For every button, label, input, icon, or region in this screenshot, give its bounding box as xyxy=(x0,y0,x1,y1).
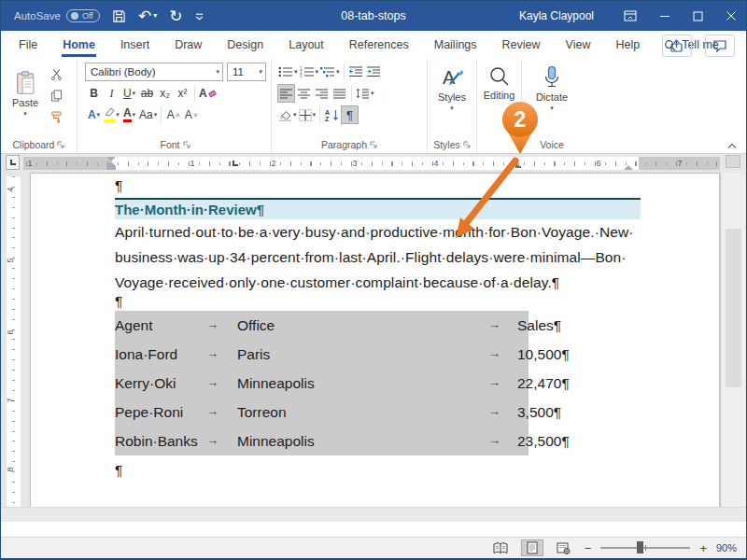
line-spacing-button[interactable] xyxy=(355,84,375,103)
font-name-dropdown-icon[interactable]: ▾ xyxy=(216,68,219,76)
document-heading[interactable]: The·Month·in·Review¶ xyxy=(115,198,641,219)
tab-view[interactable]: View xyxy=(565,33,592,57)
tab-stop-marker-5in[interactable] xyxy=(515,162,521,168)
decrease-indent-button[interactable] xyxy=(347,63,365,81)
align-center-button[interactable] xyxy=(295,84,313,103)
horizontal-ruler[interactable]: 1 1 2 3 4 5 6 7 xyxy=(23,157,720,170)
web-layout-button[interactable] xyxy=(553,539,575,556)
highlight-button[interactable] xyxy=(103,105,120,124)
cell-sales[interactable]: 10,500¶ xyxy=(517,346,570,363)
zoom-slider-thumb[interactable] xyxy=(637,541,643,553)
zoom-percentage[interactable]: 90% xyxy=(716,542,737,553)
dictate-button[interactable]: Dictate ▾ xyxy=(522,59,582,112)
grow-font-button[interactable]: A xyxy=(164,105,182,124)
zoom-in-button[interactable]: + xyxy=(699,542,707,554)
share-button[interactable] xyxy=(662,35,692,57)
shrink-font-button[interactable]: A xyxy=(182,105,200,124)
undo-button[interactable]: ↶▾ xyxy=(138,8,157,24)
align-right-button[interactable] xyxy=(313,84,331,103)
text-effects-button[interactable]: A xyxy=(85,105,103,124)
autosave-toggle[interactable]: Off xyxy=(66,9,100,22)
cell-office[interactable]: Paris xyxy=(237,346,270,363)
font-color-button[interactable]: A xyxy=(120,105,138,124)
empty-paragraph-mark[interactable]: ¶ xyxy=(115,459,641,482)
sort-button[interactable]: AZ xyxy=(323,105,341,124)
tab-file[interactable]: File xyxy=(18,33,38,57)
cell-sales[interactable]: 3,500¶ xyxy=(517,404,561,421)
minimize-button[interactable] xyxy=(659,10,670,21)
tab-insert[interactable]: Insert xyxy=(120,33,150,57)
scrollbar-thumb[interactable] xyxy=(726,229,741,387)
italic-button[interactable]: I xyxy=(103,84,120,103)
zoom-out-button[interactable]: − xyxy=(585,542,592,554)
cell-agent[interactable]: Agent xyxy=(115,317,153,334)
page[interactable]: ¶ The·Month·in·Review¶ April·turned·out·… xyxy=(30,173,720,513)
tab-draw[interactable]: Draw xyxy=(174,33,203,57)
print-layout-button[interactable] xyxy=(521,539,543,556)
save-button[interactable] xyxy=(112,9,126,23)
tab-stop-marker-1-5in[interactable] xyxy=(233,161,238,166)
tab-mailings[interactable]: Mailings xyxy=(433,33,478,57)
dictate-dropdown-icon[interactable]: ▾ xyxy=(550,105,554,112)
font-name-combobox[interactable]: Calibri (Body) ▾ xyxy=(85,63,223,81)
subscript-button[interactable]: x₂ xyxy=(156,84,174,103)
cell-office[interactable]: Torreon xyxy=(237,404,287,421)
body-line-1[interactable]: April·turned·out·to·be·a·very·busy·and·p… xyxy=(115,219,641,245)
cell-agent[interactable]: Iona·Ford xyxy=(115,346,177,363)
tab-design[interactable]: Design xyxy=(226,33,264,57)
empty-paragraph-mark[interactable]: ¶ xyxy=(115,175,641,197)
justify-button[interactable] xyxy=(331,84,348,103)
show-hide-formatting-button[interactable]: ¶ xyxy=(341,105,359,124)
bullets-button[interactable] xyxy=(277,63,299,81)
borders-button[interactable] xyxy=(298,105,317,124)
cell-sales[interactable]: 22,470¶ xyxy=(517,375,570,392)
tab-selector-button[interactable] xyxy=(6,155,20,170)
cell-agent[interactable]: Pepe·Roni xyxy=(115,404,183,421)
horizontal-scrollbar[interactable] xyxy=(1,507,746,522)
undo-dropdown-icon[interactable]: ▾ xyxy=(153,12,157,20)
redo-button[interactable]: ↻ xyxy=(169,8,182,24)
change-case-button[interactable]: Aa xyxy=(138,105,158,124)
increase-indent-button[interactable] xyxy=(365,63,383,81)
maximize-button[interactable] xyxy=(693,11,703,21)
ruler-toggle-button[interactable] xyxy=(726,155,740,168)
strikethrough-button[interactable]: ab xyxy=(138,84,156,103)
clipboard-dialog-launcher[interactable] xyxy=(57,141,64,148)
vertical-scrollbar[interactable] xyxy=(721,173,745,522)
editing-button[interactable]: Editing xyxy=(477,59,521,101)
tab-layout[interactable]: Layout xyxy=(288,33,325,57)
ribbon-display-options-button[interactable] xyxy=(624,9,637,22)
body-line-3[interactable]: Voyage·received·only·one·customer·compla… xyxy=(115,270,641,295)
shading-button[interactable] xyxy=(277,105,298,124)
paste-button[interactable]: Paste ▾ xyxy=(7,64,43,118)
underline-button[interactable]: U xyxy=(120,84,138,103)
numbering-button[interactable]: 123 xyxy=(299,63,320,81)
font-size-dropdown-icon[interactable]: ▾ xyxy=(259,68,262,76)
cell-office[interactable]: Minneapolis xyxy=(237,375,315,392)
font-dialog-launcher[interactable] xyxy=(183,141,190,148)
tab-references[interactable]: References xyxy=(348,33,410,57)
cell-office[interactable]: Office xyxy=(237,317,275,334)
selected-tab-table[interactable]: Agent→ Office→ Sales¶ Iona·Ford→ Paris→ … xyxy=(115,311,529,455)
read-mode-button[interactable] xyxy=(489,539,512,556)
cell-sales[interactable]: Sales¶ xyxy=(517,317,561,334)
vertical-ruler[interactable]: 4 5 6 7 8 xyxy=(7,176,21,510)
format-painter-button[interactable] xyxy=(48,107,65,126)
user-name[interactable]: Kayla Claypool xyxy=(519,9,594,22)
font-size-combobox[interactable]: 11 ▾ xyxy=(227,63,266,81)
tab-help[interactable]: Help xyxy=(614,33,641,57)
clear-formatting-button[interactable]: A xyxy=(198,84,217,103)
zoom-slider[interactable] xyxy=(600,547,690,549)
body-line-2[interactable]: business·was·up·34·percent·from·last·Apr… xyxy=(115,245,641,270)
superscript-button[interactable]: x² xyxy=(174,84,191,103)
bold-button[interactable]: B xyxy=(85,84,103,103)
cell-agent[interactable]: Robin·Banks xyxy=(115,433,198,450)
cut-button[interactable] xyxy=(48,64,65,83)
empty-paragraph-mark[interactable]: ¶ xyxy=(115,295,641,308)
right-indent-marker[interactable] xyxy=(624,165,633,170)
autosave-control[interactable]: AutoSave Off xyxy=(14,9,100,22)
paste-dropdown-icon[interactable]: ▾ xyxy=(23,110,27,118)
tab-review[interactable]: Review xyxy=(501,33,542,57)
styles-dialog-launcher[interactable] xyxy=(463,141,471,148)
paragraph-dialog-launcher[interactable] xyxy=(370,141,377,148)
